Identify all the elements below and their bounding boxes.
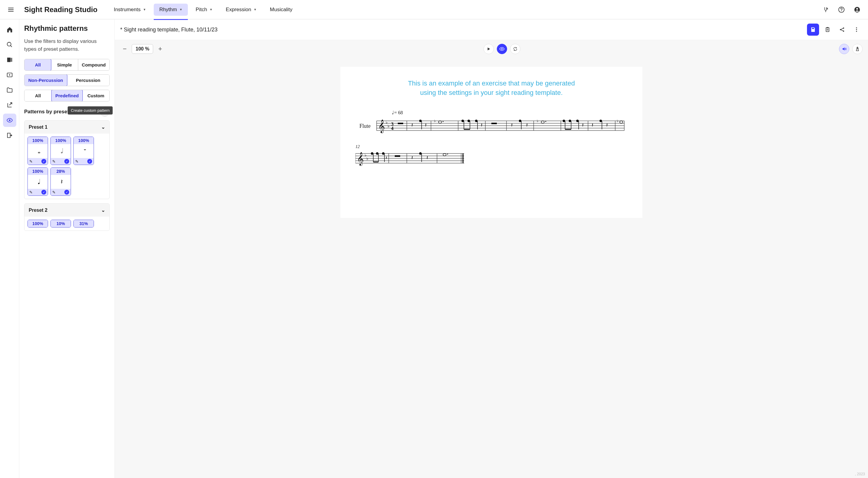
rail-sightreading[interactable] [3, 114, 16, 127]
nav-tab-label: Musicality [270, 7, 293, 13]
caret-down-icon: ▼ [179, 8, 182, 11]
pattern-card[interactable]: 100% 𝄻 ✎✓ [73, 137, 94, 165]
pattern-card[interactable]: 100% 𝅝 ✎✓ [28, 137, 48, 165]
filter-group-source: All Predefined Custom [24, 90, 110, 101]
preview-button[interactable] [497, 44, 507, 54]
exit-icon [6, 132, 13, 139]
check-icon[interactable]: ✓ [64, 190, 69, 195]
main: * Sight reading template, Flute, 10/11/2… [115, 19, 868, 478]
canvas[interactable]: This is an example of an exercise that m… [115, 58, 868, 478]
svg-point-102 [443, 153, 446, 156]
filter-group-percussion: Non-Percussion Percussion [24, 74, 110, 86]
doc-actions [807, 24, 863, 36]
nav-tab-musicality[interactable]: Musicality [265, 4, 298, 16]
check-icon[interactable]: ✓ [64, 159, 69, 164]
rail-video[interactable] [3, 68, 16, 82]
filter-all2[interactable]: All [25, 90, 52, 101]
filter-predefined[interactable]: Predefined [51, 90, 83, 101]
check-icon[interactable]: ✓ [41, 159, 46, 164]
filter-all[interactable]: All [24, 59, 51, 71]
nav-tab-expression[interactable]: Expression▼ [220, 4, 262, 16]
svg-text:𝄽: 𝄽 [411, 156, 413, 159]
pattern-card[interactable]: 10% [51, 220, 71, 228]
clipboard-icon [825, 27, 831, 33]
filter-compound[interactable]: Compound [78, 59, 109, 70]
rail-exit[interactable] [3, 129, 16, 142]
svg-text:♭: ♭ [434, 119, 436, 123]
sheet: This is an example of an exercise that m… [340, 67, 642, 218]
preset-1-header[interactable]: Preset 1 ⌄ [25, 121, 109, 133]
rail-folder[interactable] [3, 83, 16, 97]
sidebar-title: Rhythmic patterns [24, 24, 110, 33]
pattern-footer: ✎✓ [51, 189, 71, 196]
edit-icon[interactable]: ✎ [75, 159, 79, 164]
svg-point-45 [462, 120, 464, 122]
pattern-card[interactable]: 100% 𝅗𝅥 ✎✓ [51, 137, 71, 165]
check-icon[interactable]: ✓ [41, 190, 46, 195]
rail-library[interactable] [3, 53, 16, 66]
svg-text:𝄽: 𝄽 [481, 123, 482, 127]
pattern-glyph: 𝄽 [51, 175, 71, 189]
pattern-glyph: 𝅝 [28, 144, 48, 158]
nav-tab-pitch[interactable]: Pitch▼ [190, 4, 218, 16]
check-icon[interactable]: ✓ [87, 159, 92, 164]
topbar: Sight Reading Studio Instruments▼ Rhythm… [0, 0, 868, 19]
help-button[interactable] [835, 4, 847, 16]
video-icon [6, 71, 13, 78]
svg-point-59 [541, 121, 544, 123]
tuning-fork-button[interactable] [820, 4, 832, 16]
nav-tab-instruments[interactable]: Instruments▼ [108, 4, 152, 16]
more-button[interactable] [850, 24, 863, 36]
clipboard-button[interactable] [822, 24, 834, 36]
edit-icon[interactable]: ✎ [29, 159, 33, 164]
filter-custom[interactable]: Custom [83, 90, 109, 101]
pattern-card[interactable]: 100% [28, 220, 48, 228]
edit-icon[interactable]: ✎ [29, 190, 33, 195]
svg-point-103 [447, 153, 448, 154]
tuning-fork-icon [823, 7, 829, 13]
filter-group-meter: All Simple Compound [24, 59, 110, 71]
pattern-glyph: 𝅗𝅥 [51, 144, 71, 158]
filter-percussion[interactable]: Percussion [67, 74, 110, 86]
regenerate-button[interactable] [510, 44, 520, 54]
caret-down-icon: ▼ [254, 8, 257, 11]
footer-copyright: , 2023 [855, 472, 865, 476]
app-title: Sight Reading Studio [24, 5, 98, 14]
save-button[interactable] [807, 24, 819, 36]
rail-search[interactable] [3, 38, 16, 51]
audio-button[interactable] [839, 44, 849, 54]
hamburger-menu-button[interactable] [5, 4, 17, 16]
pattern-card[interactable]: 100% 𝅘𝅥 ✎✓ [28, 168, 48, 196]
rail-import[interactable] [3, 98, 16, 112]
play-button[interactable] [484, 44, 494, 54]
zoom-in-button[interactable]: + [156, 44, 164, 54]
preset-2-header[interactable]: Preset 2 ⌄ [25, 204, 109, 217]
pattern-percent: 28% [51, 168, 71, 175]
pattern-percent: 100% [74, 137, 94, 144]
edit-icon[interactable]: ✎ [52, 159, 56, 164]
svg-text:𝄽: 𝄽 [526, 123, 528, 127]
library-icon [6, 57, 13, 63]
metronome-button[interactable] [852, 44, 863, 54]
folder-icon [6, 87, 13, 93]
filter-nonpercussion[interactable]: Non-Percussion [24, 74, 67, 86]
measure-number: 12 [355, 144, 627, 149]
presets-header: Patterns by preset + Create custom patte… [24, 107, 110, 117]
account-button[interactable] [851, 4, 863, 16]
account-icon [854, 6, 861, 13]
pattern-card[interactable]: 31% [73, 220, 94, 228]
svg-text:𝄽: 𝄽 [592, 123, 593, 127]
edit-icon[interactable]: ✎ [52, 190, 56, 195]
share-button[interactable] [836, 24, 848, 36]
svg-point-60 [546, 121, 546, 122]
zoom-value[interactable]: 100 % [132, 44, 153, 54]
rail-home[interactable] [3, 23, 16, 36]
nav-tab-rhythm[interactable]: Rhythm▼ [154, 4, 188, 16]
filter-simple[interactable]: Simple [51, 59, 78, 70]
left-rail [0, 19, 19, 478]
pattern-card[interactable]: 28% 𝄽 ✎✓ [51, 168, 71, 196]
eye-music-icon [6, 117, 13, 124]
presets-label: Patterns by preset [24, 109, 69, 115]
svg-text:𝄽: 𝄽 [386, 156, 387, 159]
zoom-out-button[interactable]: − [120, 44, 129, 54]
